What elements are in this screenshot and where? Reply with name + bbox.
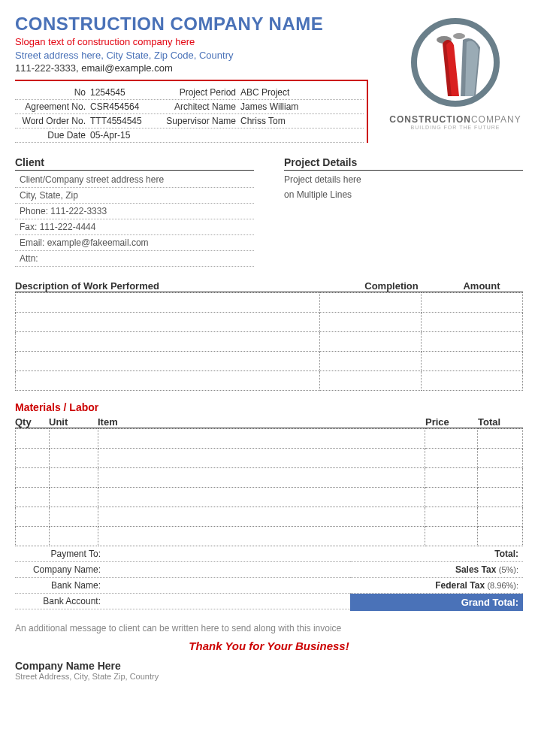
work-description-heading: Description of Work Performed [15, 280, 343, 292]
payment-section: Payment To: Company Name: Bank Name: Ban… [15, 546, 350, 611]
company-title: CONSTRUCTION COMPANY NAME [15, 14, 388, 35]
agreement-value: CSR454564 [90, 101, 150, 112]
thank-you: Thank You for Your Business! [15, 640, 523, 652]
grand-total-label: Grand Total: [350, 594, 523, 611]
footer-message: An additional message to client can be w… [15, 623, 523, 634]
client-heading: Client [15, 156, 254, 171]
logo: CONSTRUCTIONCOMPANY BUILDING FOR THE FUT… [388, 14, 523, 143]
logo-brand: CONSTRUCTIONCOMPANY [388, 114, 523, 125]
project-details-heading: Project Details [284, 156, 523, 171]
client-line: Fax: 111-222-4444 [15, 219, 254, 235]
client-line: City, State, Zip [15, 188, 254, 204]
due-value: 05-Apr-15 [90, 130, 150, 141]
federal-tax-label: Federal Tax (8.96%): [435, 580, 523, 591]
client-line: Email: example@fakeemail.com [15, 235, 254, 251]
bottom-section: Payment To: Company Name: Bank Name: Ban… [15, 546, 523, 611]
totals-section: Total: Sales Tax (5%): Federal Tax (8.96… [350, 546, 523, 611]
total-heading: Total [478, 416, 523, 428]
client-line: Attn: [15, 251, 254, 267]
materials-table [15, 428, 523, 546]
project-details-section: Project Details Project details here on … [284, 156, 523, 267]
supervisor-value: Chriss Tom [240, 116, 364, 126]
total-label: Total: [494, 549, 523, 559]
materials-heading: Materials / Labor [15, 401, 523, 413]
company-contact: 111-222-3333, email@example.com [15, 62, 388, 74]
agreement-label: Agreement No. [15, 101, 90, 112]
no-value: 1254545 [90, 87, 150, 98]
supervisor-label: Supervisor Name [150, 116, 240, 126]
work-table [15, 292, 523, 391]
header: CONSTRUCTION COMPANY NAME Slogan text of… [15, 14, 523, 143]
payment-account-label: Bank Account: [15, 596, 105, 606]
payment-company-label: Company Name: [15, 564, 105, 575]
work-completion-heading: Completion [343, 280, 440, 292]
order-value: TTT4554545 [90, 116, 150, 126]
period-value: ABC Project [240, 87, 364, 98]
project-detail-line: Project details here [284, 172, 523, 187]
payment-to-label: Payment To: [15, 549, 105, 559]
order-label: Word Order No. [15, 116, 90, 126]
price-heading: Price [425, 416, 478, 428]
client-line: Client/Company street address here [15, 172, 254, 188]
svg-point-2 [453, 33, 465, 39]
logo-tagline: BUILDING FOR THE FUTURE [388, 125, 523, 130]
unit-heading: Unit [49, 416, 98, 428]
sales-tax-label: Sales Tax (5%): [455, 564, 523, 575]
qty-heading: Qty [15, 416, 49, 428]
client-line: Phone: 111-222-3333 [15, 204, 254, 219]
client-section: Client Client/Company street address her… [15, 156, 254, 267]
project-detail-line: on Multiple Lines [284, 187, 523, 202]
period-label: Project Period [150, 87, 240, 98]
work-amount-heading: Amount [440, 280, 523, 292]
header-left: CONSTRUCTION COMPANY NAME Slogan text of… [15, 14, 388, 143]
architect-label: Architect Name [150, 101, 240, 112]
project-info-box: No 1254545 Project Period ABC Project Ag… [15, 80, 368, 143]
item-heading: Item [98, 416, 425, 428]
no-label: No [15, 87, 90, 98]
company-address: Street address here, City State, Zip Cod… [15, 50, 388, 61]
architect-value: James William [240, 101, 364, 112]
work-header: Description of Work Performed Completion… [15, 280, 523, 292]
footer-address: Street Address, City, State Zip, Country [15, 672, 523, 681]
materials-header-row: Qty Unit Item Price Total [15, 416, 523, 428]
footer-company: Company Name Here [15, 660, 523, 672]
slogan: Slogan text of construction company here [15, 36, 388, 47]
payment-bank-label: Bank Name: [15, 580, 105, 591]
due-label: Due Date [15, 130, 90, 141]
logo-graphic [407, 14, 504, 111]
